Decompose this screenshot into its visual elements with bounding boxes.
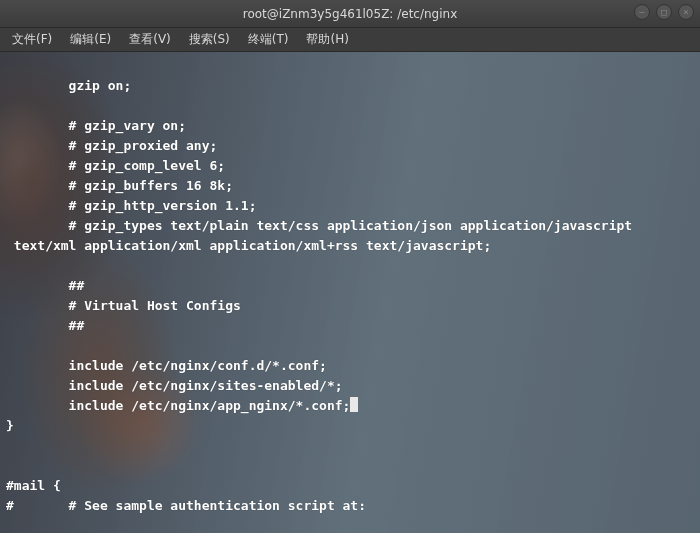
terminal-line: # # See sample authentication script at: (6, 496, 694, 516)
terminal-line: # gzip_buffers 16 8k; (6, 176, 694, 196)
menu-file[interactable]: 文件(F) (4, 29, 60, 50)
terminal-line (6, 96, 694, 116)
terminal-line (6, 456, 694, 476)
terminal-line: include /etc/nginx/app_nginx/*.conf; (6, 396, 694, 416)
terminal-line: # gzip_comp_level 6; (6, 156, 694, 176)
terminal-line: # gzip_types text/plain text/css applica… (6, 216, 694, 236)
terminal-line: include /etc/nginx/conf.d/*.conf; (6, 356, 694, 376)
terminal-line: ## (6, 316, 694, 336)
terminal-content[interactable]: gzip on; # gzip_vary on; # gzip_proxied … (0, 52, 700, 533)
minimize-icon: – (639, 7, 644, 17)
menubar: 文件(F) 编辑(E) 查看(V) 搜索(S) 终端(T) 帮助(H) (0, 28, 700, 52)
close-button[interactable]: × (678, 4, 694, 20)
terminal-line (6, 436, 694, 456)
window-controls: – □ × (634, 4, 694, 20)
terminal-line: ## (6, 276, 694, 296)
terminal-line: include /etc/nginx/sites-enabled/*; (6, 376, 694, 396)
titlebar: root@iZnm3y5g461l05Z: /etc/nginx – □ × (0, 0, 700, 28)
close-icon: × (683, 7, 688, 17)
terminal-line: } (6, 416, 694, 436)
terminal-line (6, 256, 694, 276)
window-title: root@iZnm3y5g461l05Z: /etc/nginx (243, 7, 458, 21)
text-cursor (350, 397, 358, 412)
menu-search[interactable]: 搜索(S) (181, 29, 238, 50)
menu-edit[interactable]: 编辑(E) (62, 29, 119, 50)
terminal-line: # gzip_http_version 1.1; (6, 196, 694, 216)
maximize-button[interactable]: □ (656, 4, 672, 20)
terminal-line: # Virtual Host Configs (6, 296, 694, 316)
terminal-line (6, 336, 694, 356)
menu-view[interactable]: 查看(V) (121, 29, 179, 50)
menu-terminal[interactable]: 终端(T) (240, 29, 297, 50)
terminal-line (6, 56, 694, 76)
terminal-line: text/xml application/xml application/xml… (6, 236, 694, 256)
minimize-button[interactable]: – (634, 4, 650, 20)
menu-help[interactable]: 帮助(H) (298, 29, 356, 50)
terminal-line: #mail { (6, 476, 694, 496)
terminal-line: # gzip_vary on; (6, 116, 694, 136)
terminal-line: gzip on; (6, 76, 694, 96)
maximize-icon: □ (661, 7, 666, 17)
terminal-area[interactable]: gzip on; # gzip_vary on; # gzip_proxied … (0, 52, 700, 533)
terminal-line: # gzip_proxied any; (6, 136, 694, 156)
